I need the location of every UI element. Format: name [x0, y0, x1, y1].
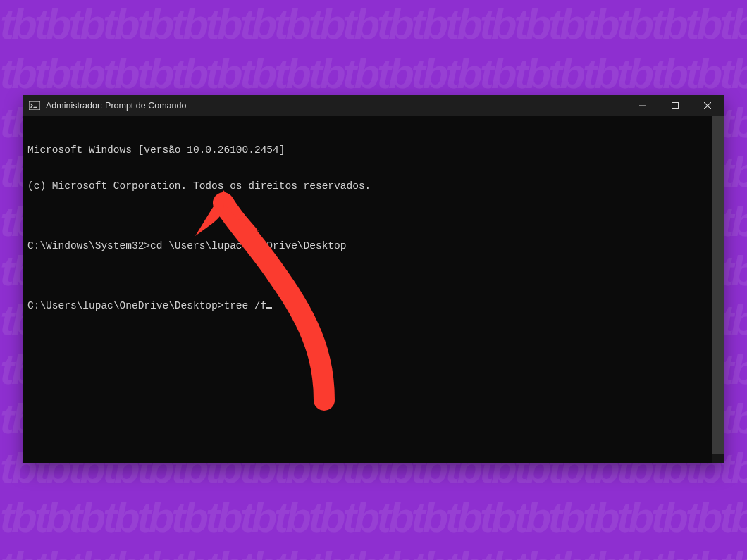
scrollbar-thumb[interactable] — [712, 116, 724, 454]
svg-rect-0 — [29, 101, 40, 110]
maximize-button[interactable] — [659, 95, 691, 116]
window-title: Administrador: Prompt de Comando — [46, 101, 186, 111]
svg-rect-3 — [672, 103, 679, 109]
cmd-window: Administrador: Prompt de Comando Microso… — [23, 95, 724, 463]
titlebar[interactable]: Administrador: Prompt de Comando — [23, 95, 724, 116]
cmd-icon — [29, 101, 40, 110]
minimize-button[interactable] — [626, 95, 659, 116]
terminal-output[interactable]: Microsoft Windows [versão 10.0.26100.245… — [23, 116, 724, 463]
terminal-line: (c) Microsoft Corporation. Todos os dire… — [27, 180, 720, 192]
terminal-current-line: C:\Users\lupac\OneDrive\Desktop>tree /f — [27, 300, 720, 312]
text-cursor — [266, 307, 272, 309]
terminal-line-text: C:\Users\lupac\OneDrive\Desktop>tree /f — [27, 300, 266, 311]
close-button[interactable] — [691, 95, 724, 116]
terminal-line: C:\Windows\System32>cd \Users\lupac\OneD… — [27, 240, 720, 252]
terminal-line: Microsoft Windows [versão 10.0.26100.245… — [27, 144, 720, 156]
